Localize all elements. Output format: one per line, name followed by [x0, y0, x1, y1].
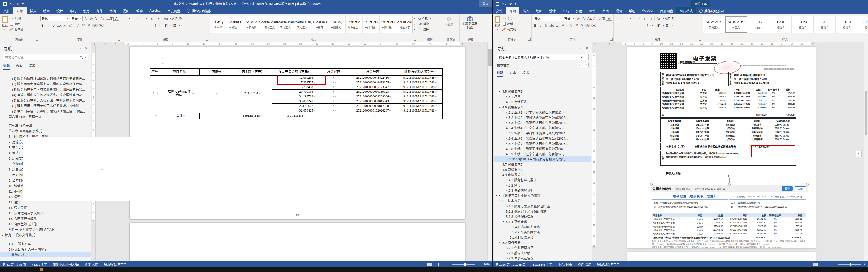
nav-heading-item[interactable]: ◢ 5.1.4.3 赔偿承诺	[494, 235, 591, 240]
copy-button[interactable]: 复制	[503, 22, 516, 26]
nav-heading-item[interactable]: ◢ 4.6.3 业绩3（盘锦恒达石化有限公司2023...	[494, 120, 591, 125]
selection-handle[interactable]	[728, 183, 731, 185]
line-spacing-icon[interactable]: ⇕	[646, 24, 650, 27]
nav-heading-item[interactable]: ◢ 4.5.1 承诺	[494, 94, 591, 99]
sort-icon[interactable]: A↓Z	[172, 17, 177, 20]
style-card[interactable]: AaBbCcD ↵表内列...	[244, 16, 261, 33]
borders-icon[interactable]: ⊞	[665, 24, 670, 27]
style-card[interactable]: AaBbCcDdI 表内正文...	[278, 16, 295, 33]
superscript-icon[interactable]: x²	[561, 24, 565, 27]
shading-icon[interactable]: ◧	[656, 24, 661, 27]
nav-heading-item[interactable]: ◢ 17. 合同生效与其他	[0, 221, 91, 227]
selection-handle[interactable]	[650, 183, 653, 185]
document-page-next[interactable]	[627, 252, 816, 261]
character-shading-icon[interactable]: A	[585, 24, 590, 27]
nav-heading-item[interactable]: ◢ 4.6.9 业绩9（辽宁阜盛天麟石化有限公司...	[494, 151, 591, 156]
change-case-icon[interactable]: Aa▾	[587, 17, 592, 20]
tab-insert[interactable]: 插入	[27, 7, 40, 14]
nav-tab-results[interactable]: 结果	[522, 70, 529, 77]
italic-icon[interactable]: I	[46, 24, 50, 27]
nav-heading-item[interactable]: ◢ 附件一 危险化学品运输HSE合同	[0, 227, 91, 232]
redo-icon[interactable]: ↻	[17, 2, 19, 5]
tab-acrobat[interactable]: Acrobat	[639, 7, 656, 14]
bold-icon[interactable]: B	[40, 24, 45, 27]
read-mode-icon[interactable]	[813, 263, 817, 266]
tab-layout[interactable]: 布局	[559, 7, 572, 14]
phonetic-guide-icon[interactable]: wén文	[598, 17, 605, 20]
nav-tab-headings[interactable]: 标题	[3, 63, 10, 70]
previous-result-icon[interactable]: ∧	[577, 62, 582, 67]
nav-heading-item[interactable]: ◢ 5.1 技术部分	[494, 198, 591, 203]
selection-handle[interactable]	[806, 183, 809, 185]
decrease-indent-icon[interactable]: ⇤	[150, 17, 155, 20]
scroll-up-icon[interactable]: ▲	[488, 42, 492, 46]
zoom-out-icon[interactable]: −	[833, 262, 836, 266]
scroll-down-icon[interactable]: ▼	[488, 257, 492, 261]
tab-layout[interactable]: 布局	[66, 7, 80, 14]
format-painter-button[interactable]: 格式刷	[503, 27, 516, 31]
status-track-changes[interactable]: 修订: 关闭	[578, 262, 591, 267]
character-border-icon[interactable]: A	[114, 17, 119, 21]
tab-design[interactable]: 设计	[53, 7, 66, 14]
nav-heading-item[interactable]: ◢ 4.9.2 承诺	[494, 182, 591, 188]
web-layout-icon[interactable]	[441, 263, 445, 266]
nav-search-input[interactable]: 拟委任的项目负责人无行贿犯罪行为 ✕▾	[497, 54, 589, 60]
nav-heading-item[interactable]: ◢ 4.6.8 业绩8（盘锦安捷能源有限公司2025...	[494, 146, 591, 151]
status-track-changes[interactable]: 修订: 关闭	[85, 262, 98, 267]
close-button[interactable]: ×	[23, 137, 181, 201]
asian-layout-icon[interactable]: A✲	[164, 17, 168, 20]
tab-home[interactable]: 开始	[506, 7, 519, 14]
format-painter-button[interactable]: 格式刷	[10, 27, 23, 31]
paste-button[interactable]: 粘贴▾	[493, 15, 502, 32]
tab-mailings[interactable]: 邮件	[586, 7, 599, 14]
horizontal-ruler[interactable]: 8642 24681012141618202224262830323436384…	[91, 42, 488, 46]
redo-icon[interactable]: ↻	[509, 2, 512, 5]
style-card[interactable]: 一 Aa 标题 1	[747, 16, 769, 33]
nav-heading-item[interactable]: ◢ 16. 合同变更与解除	[0, 216, 91, 221]
read-mode-icon[interactable]	[427, 263, 432, 266]
show-formatting-marks-icon[interactable]: ¶˟	[178, 17, 183, 20]
style-card[interactable]: AaBbCcD( 批注文字	[396, 16, 412, 33]
nav-heading-item[interactable]: ◢ 4.5 资格要求5	[494, 88, 591, 94]
font-name-select[interactable]: 宋体▾	[533, 16, 562, 21]
decrease-indent-icon[interactable]: ⇤	[643, 17, 647, 20]
grow-font-icon[interactable]: Aˆ	[577, 17, 581, 20]
nav-heading-item[interactable]: ◢ 4 五、服务方案	[0, 241, 91, 246]
superscript-icon[interactable]: x²	[68, 24, 72, 27]
tab-references[interactable]: 引用	[572, 7, 586, 14]
style-card[interactable]: AaBbCcDdI 表内正文	[261, 16, 278, 33]
tab-draw[interactable]: 绘图	[532, 7, 546, 14]
save-to-baidu-button[interactable]: 保存到百度网盘	[460, 15, 479, 30]
style-card[interactable]: AaBbCc 附件左上...	[346, 16, 363, 33]
nav-heading-item[interactable]: ◢ 4.6.5 业绩5（中科华瑞能源有限公司2024...	[494, 130, 591, 135]
shading-icon[interactable]: ◧	[164, 24, 168, 27]
tab-review[interactable]: 审阅	[599, 7, 612, 14]
nav-heading-item[interactable]: ◢ 5.2.2 投标人业绩	[494, 250, 591, 255]
collapse-triangle-icon[interactable]: ◢	[502, 220, 506, 222]
horizontal-ruler[interactable]: 642 246810121416182022242628303234363840	[592, 42, 864, 46]
nav-heading-item[interactable]: ◢ 5.2.3 体系认证情况	[494, 255, 591, 261]
nav-heading-item[interactable]: ◢ 4.6.6 业绩6（盘锦恒达石化有限公司2024...	[494, 135, 591, 141]
tab-review[interactable]: 审阅	[106, 7, 119, 14]
nav-heading-item[interactable]: ◢ 4.7 资格要求7	[494, 162, 591, 167]
style-card[interactable]: 1.1.1.1.1 标题 6	[858, 16, 867, 33]
subscript-icon[interactable]: x₂	[555, 24, 560, 27]
shrink-font-icon[interactable]: Aˇ	[89, 17, 94, 20]
cut-button[interactable]: ✂剪切	[10, 16, 23, 20]
status-accessibility[interactable]: 辅助功能: 不可用	[104, 262, 126, 267]
enclose-characters-icon[interactable]: 字	[591, 24, 596, 27]
nav-heading-item[interactable]: ◢ (2) 服务商负责运输服务全过程的安全和环保管理...	[0, 81, 91, 86]
nav-heading-item[interactable]: ◢ 4.6.2 业绩2（中科华瑞能源有限公司2023...	[494, 115, 591, 120]
font-dialog-launcher[interactable]	[118, 38, 120, 40]
nav-heading-item[interactable]: ◢ 5 附表1. 投标人基本情况表	[0, 246, 91, 252]
underline-icon[interactable]: U	[51, 24, 56, 27]
nav-options-icon[interactable]: ▾	[580, 47, 582, 50]
tab-file[interactable]: 文件	[493, 7, 506, 14]
nav-search-input[interactable]: 在文档中搜索 ▾	[3, 54, 88, 60]
nav-heading-item[interactable]: ◢ 5.1.4 其他要求	[494, 219, 591, 224]
tab-acrobat[interactable]: Acrobat	[146, 7, 164, 14]
nav-tab-results[interactable]: 结果	[29, 63, 35, 70]
paragraph-dialog-launcher[interactable]	[206, 38, 208, 40]
text-effects-icon[interactable]: A	[568, 24, 573, 27]
zoom-slider[interactable]	[838, 264, 861, 265]
